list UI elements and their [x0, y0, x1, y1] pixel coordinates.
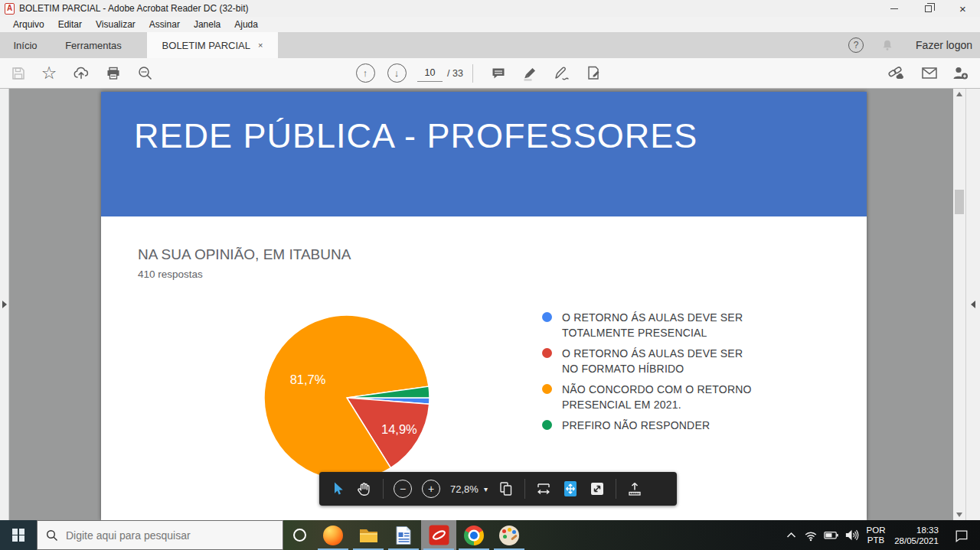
- share-cloud-button[interactable]: [66, 58, 96, 88]
- find-button[interactable]: [130, 58, 161, 88]
- legend-label: O RETORNO ÁS AULAS DEVE SER TOTALMENTE P…: [562, 310, 753, 340]
- fit-width-icon: [535, 480, 552, 497]
- pie-chart: 14,9%81,7%: [261, 312, 433, 483]
- language-line2: PTB: [867, 535, 886, 545]
- close-button[interactable]: ×: [946, 0, 980, 17]
- restore-button[interactable]: [911, 0, 946, 17]
- minimize-icon: [890, 8, 898, 9]
- cortana-button[interactable]: [283, 520, 315, 550]
- start-button[interactable]: [0, 520, 37, 550]
- help-icon[interactable]: ?: [848, 37, 864, 53]
- tab-document-active[interactable]: BOLETIM PARCIAL ×: [147, 32, 278, 58]
- sign-in-link[interactable]: Fazer logon: [916, 39, 972, 51]
- taskbar-app-firefox[interactable]: [315, 520, 351, 550]
- full-screen-button[interactable]: [589, 477, 606, 500]
- star-icon: ☆: [41, 63, 57, 83]
- menu-editar[interactable]: Editar: [51, 18, 89, 31]
- language-indicator[interactable]: POR PTB: [862, 520, 890, 550]
- fit-width-button[interactable]: [535, 477, 552, 500]
- taskbar-search[interactable]: [37, 520, 283, 550]
- firefox-icon: [323, 526, 343, 545]
- sign-tool-button[interactable]: [546, 58, 577, 88]
- close-tab-icon[interactable]: ×: [258, 41, 263, 50]
- save-button[interactable]: [3, 58, 34, 88]
- battery-icon: [823, 527, 839, 543]
- zoom-level-dropdown[interactable]: 72,8% ▾: [450, 477, 488, 500]
- search-icon: [46, 529, 58, 542]
- print-button[interactable]: [98, 58, 129, 88]
- main-toolbar: ☆ ↑ ↓ / 33: [0, 58, 980, 89]
- minus-icon: −: [394, 480, 412, 498]
- vertical-scrollbar[interactable]: [953, 89, 965, 520]
- clock-date: 28/05/2021: [894, 535, 939, 546]
- wifi-icon: [803, 528, 818, 543]
- scrollbar-thumb[interactable]: [955, 190, 964, 214]
- minimize-button[interactable]: [877, 0, 911, 17]
- fill-sign-button[interactable]: [578, 58, 609, 88]
- zoom-level-value: 72,8%: [450, 483, 479, 495]
- comment-tool-button[interactable]: [483, 58, 514, 88]
- toolbar-divider: [524, 479, 525, 499]
- scroll-up-icon[interactable]: [956, 92, 962, 96]
- tab-bar: Início Ferramentas BOLETIM PARCIAL × ? F…: [0, 32, 980, 58]
- tray-volume-button[interactable]: [841, 520, 862, 550]
- scroll-down-icon[interactable]: [956, 513, 962, 517]
- add-user-button[interactable]: [945, 58, 975, 88]
- menu-arquivo[interactable]: Arquivo: [6, 18, 51, 31]
- tab-home[interactable]: Início: [0, 32, 51, 58]
- menu-janela[interactable]: Janela: [187, 18, 227, 31]
- menu-visualizar[interactable]: Visualizar: [89, 18, 142, 31]
- highlight-tool-button[interactable]: [514, 58, 545, 88]
- floating-page-toolbar: − + 72,8% ▾: [319, 472, 677, 506]
- taskbar-app-explorer[interactable]: [351, 520, 386, 550]
- zoom-out-button[interactable]: −: [394, 477, 412, 500]
- speaker-icon: [844, 527, 860, 543]
- menu-ajuda[interactable]: Ajuda: [227, 18, 265, 31]
- hand-tool-button[interactable]: [355, 477, 373, 500]
- tray-network-button[interactable]: [801, 520, 821, 550]
- slide-banner: REDE PÚBLICA - PROFESSORES: [101, 92, 867, 216]
- zoom-in-button[interactable]: +: [422, 477, 440, 500]
- menu-assinar[interactable]: Assinar: [142, 18, 187, 31]
- acrobat-file-icon: [5, 3, 15, 15]
- expand-left-panel-icon[interactable]: [2, 301, 7, 308]
- taskbar-app-acrobat-active[interactable]: [421, 520, 456, 550]
- paint-icon: [499, 526, 519, 545]
- save-icon: [10, 65, 27, 82]
- email-button[interactable]: [914, 58, 945, 88]
- taskbar-app-chrome[interactable]: [456, 520, 492, 550]
- toolbar-divider: [616, 479, 616, 499]
- select-tool-button[interactable]: [330, 477, 345, 500]
- chrome-icon: [464, 526, 484, 545]
- action-center-button[interactable]: [946, 520, 977, 550]
- taskbar-app-paint[interactable]: [492, 520, 527, 550]
- highlighter-icon: [521, 64, 539, 82]
- arrow-down-icon: ↓: [387, 63, 407, 83]
- plus-icon: +: [422, 480, 440, 498]
- pie-chart-container: 14,9%81,7%: [261, 312, 433, 483]
- fountain-pen-icon: [553, 64, 570, 82]
- legend-item: PREFIRO NÃO RESPONDER: [542, 418, 772, 433]
- taskbar-app-document[interactable]: [386, 520, 421, 550]
- tab-tools[interactable]: Ferramentas: [51, 32, 136, 58]
- tray-battery-button[interactable]: [821, 520, 841, 550]
- favorites-button[interactable]: ☆: [34, 58, 64, 88]
- fit-page-button-active[interactable]: [562, 477, 579, 500]
- tray-expand-button[interactable]: [781, 520, 801, 550]
- bell-icon[interactable]: [880, 37, 894, 53]
- expand-right-panel-icon[interactable]: [971, 301, 975, 308]
- pdf-page: REDE PÚBLICA - PROFESSORES NA SUA OPINIÃ…: [101, 92, 867, 520]
- chart-title: NA SUA OPINIÃO, EM ITABUNA: [138, 246, 351, 263]
- search-input[interactable]: [66, 529, 257, 542]
- search-icon: [136, 64, 155, 83]
- next-page-button[interactable]: ↓: [381, 58, 412, 88]
- page-view-button[interactable]: [498, 477, 514, 500]
- page-number-input[interactable]: [417, 63, 443, 82]
- previous-page-button[interactable]: ↑: [350, 58, 381, 88]
- legend-label: NÃO CONCORDO COM O RETORNO PRESENCIAL EM…: [562, 382, 753, 412]
- clock[interactable]: 18:33 28/05/2021: [890, 520, 946, 550]
- clock-time: 18:33: [894, 525, 939, 535]
- share-link-button[interactable]: [881, 58, 912, 88]
- word-document-icon: [394, 526, 413, 545]
- read-mode-button[interactable]: [626, 477, 643, 500]
